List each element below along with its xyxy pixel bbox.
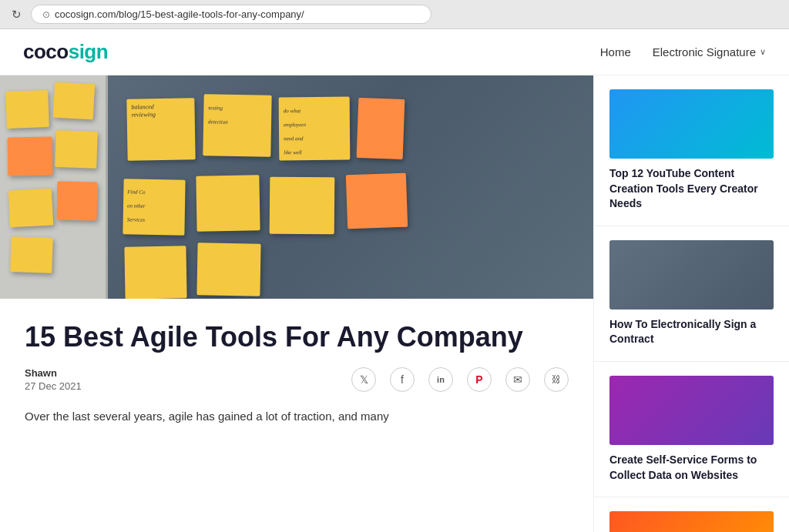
twitter-icon: 𝕏 <box>360 373 368 386</box>
sticky-note <box>10 236 53 273</box>
sticky-note-balanced: balancedreviewing <box>126 98 195 161</box>
article-area: balancedreviewing testingdetection do wh… <box>0 75 593 532</box>
email-share-button[interactable]: ✉ <box>505 367 530 392</box>
sidebar-item-1[interactable]: Top 12 YouTube Content Creation Tools Ev… <box>594 75 789 226</box>
top-nav: cocosign Home Electronic Signature ∨ <box>0 29 789 75</box>
nav-esign-label: Electronic Signature <box>653 45 756 59</box>
sticky-note <box>57 182 98 221</box>
sticky-note-3 <box>270 177 335 235</box>
main-content: balancedreviewing testingdetection do wh… <box>0 75 789 532</box>
url-text: cocosign.com/blog/15-best-agile-tools-fo… <box>55 8 304 20</box>
sidebar-thumb-3 <box>609 376 774 445</box>
linkedin-share-button[interactable]: in <box>428 367 453 392</box>
sticky-note-orange <box>357 98 405 159</box>
nav-links: Home Electronic Signature ∨ <box>600 45 766 59</box>
sticky-note-2 <box>196 175 260 231</box>
linkedin-icon: in <box>437 375 445 384</box>
reload-button[interactable]: ↻ <box>9 8 23 22</box>
link-icon: ⛓ <box>552 374 561 385</box>
article-text-area: 15 Best Agile Tools For Any Company Shaw… <box>0 299 593 441</box>
logo-coco: coco <box>23 40 69 63</box>
reload-icon: ↻ <box>12 8 22 22</box>
author-date: 27 Dec 2021 <box>25 380 82 392</box>
sidebar-thumb-2 <box>609 240 774 309</box>
article-intro: Over the last several years, agile has g… <box>25 407 569 426</box>
sticky-note-6 <box>196 243 260 296</box>
sticky-note <box>53 82 95 120</box>
hero-background: balancedreviewing testingdetection do wh… <box>0 75 593 299</box>
sidebar-title-2: How To Electronically Sign a Contract <box>609 317 774 347</box>
hero-image: balancedreviewing testingdetection do wh… <box>0 75 593 299</box>
sticky-note-5 <box>124 246 186 299</box>
sidebar-thumb-1 <box>609 89 774 159</box>
chevron-down-icon: ∨ <box>760 47 766 57</box>
logo[interactable]: cocosign <box>23 40 108 64</box>
nav-home[interactable]: Home <box>600 45 631 59</box>
pinterest-icon: P <box>475 373 482 386</box>
nav-electronic-signature[interactable]: Electronic Signature ∨ <box>653 45 766 59</box>
sidebar-item-2[interactable]: How To Electronically Sign a Contract <box>594 226 789 362</box>
sticky-note-find: Find Coon otherServices <box>123 179 185 235</box>
sticky-note <box>8 189 53 228</box>
sidebar-item-3[interactable]: Create Self-Service Forms to Collect Dat… <box>594 362 789 497</box>
sidebar-thumb-4 <box>609 511 774 532</box>
sidebar: Top 12 YouTube Content Creation Tools Ev… <box>593 75 789 532</box>
sticky-note <box>55 130 98 169</box>
browser-chrome: ↻ ⊙ cocosign.com/blog/15-best-agile-tool… <box>0 0 789 29</box>
article-meta: Shawn 27 Dec 2021 𝕏 f in <box>25 367 569 392</box>
author-info: Shawn 27 Dec 2021 <box>25 367 82 392</box>
url-bar[interactable]: ⊙ cocosign.com/blog/15-best-agile-tools-… <box>31 5 431 24</box>
twitter-share-button[interactable]: 𝕏 <box>351 367 376 392</box>
facebook-share-button[interactable]: f <box>390 367 415 392</box>
logo-sign: sign <box>69 40 108 63</box>
sticky-note-testing: testingdetection <box>203 94 271 157</box>
page-wrapper: cocosign Home Electronic Signature ∨ <box>0 29 789 532</box>
email-icon: ✉ <box>513 373 522 386</box>
security-icon: ⊙ <box>42 9 50 20</box>
sticky-note-what: do whatemployeesneed andlike well <box>279 97 351 161</box>
facebook-icon: f <box>401 373 404 386</box>
social-icons: 𝕏 f in P ✉ <box>351 367 569 392</box>
sidebar-title-1: Top 12 YouTube Content Creation Tools Ev… <box>609 166 774 212</box>
sidebar-item-4[interactable]: CocoSign Launches the First AppSumo Deal… <box>594 497 789 532</box>
pinterest-share-button[interactable]: P <box>467 367 492 392</box>
copy-link-button[interactable]: ⛓ <box>544 367 569 392</box>
sticky-note-4 <box>346 173 408 229</box>
article-title: 15 Best Agile Tools For Any Company <box>25 320 569 353</box>
sticky-note <box>8 136 53 176</box>
author-name: Shawn <box>25 367 82 379</box>
sidebar-title-3: Create Self-Service Forms to Collect Dat… <box>609 453 774 483</box>
sticky-note <box>5 90 49 129</box>
